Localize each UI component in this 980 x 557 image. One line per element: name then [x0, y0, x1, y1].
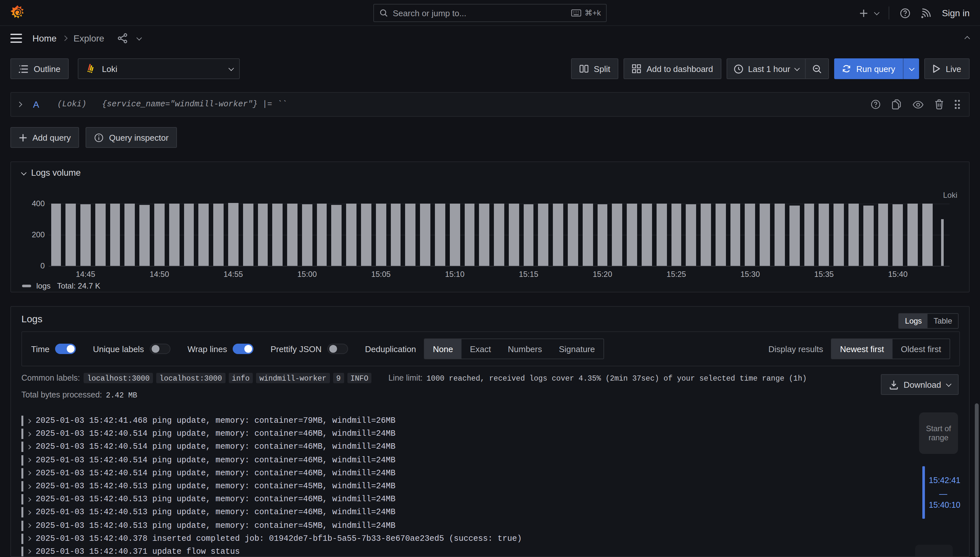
log-row[interactable]: 2025-01-03 15:42:40.513 ping update, mem… [21, 519, 929, 532]
expand-chevron-icon[interactable] [26, 523, 31, 528]
logs-volume-plot[interactable] [49, 204, 949, 266]
run-query-button[interactable]: Run query [834, 59, 903, 79]
view-option-logs[interactable]: Logs [899, 314, 928, 328]
x-tick-label: 14:45 [76, 270, 95, 279]
help-icon[interactable] [900, 7, 911, 18]
log-line-text: 2025-01-03 15:42:40.514 ping update, mem… [36, 430, 395, 439]
menu-hamburger-icon[interactable] [10, 34, 22, 43]
volume-bar [627, 204, 637, 266]
volume-bar [922, 204, 933, 266]
breadcrumb-home[interactable]: Home [33, 33, 57, 44]
volume-bar [169, 204, 180, 266]
volume-bar [95, 204, 106, 266]
search-input[interactable]: Search or jump to... ⌘+k [373, 4, 607, 22]
toggle-switch[interactable] [55, 344, 76, 354]
query-inspector-button[interactable]: Query inspector [86, 127, 177, 148]
log-row[interactable]: 2025-01-03 15:42:40.371 update flow stat… [21, 545, 929, 557]
range-from-time: 15:42:41 [929, 476, 960, 485]
log-row[interactable]: 2025-01-03 15:42:40.513 ping update, mem… [21, 506, 929, 519]
expand-chevron-icon[interactable] [26, 432, 31, 436]
keyboard-icon [571, 9, 582, 17]
run-query-options-button[interactable] [903, 59, 919, 79]
query-help-icon[interactable] [870, 99, 881, 109]
log-row[interactable]: 2025-01-03 15:42:40.514 ping update, mem… [21, 454, 929, 467]
split-icon [579, 64, 588, 73]
breadcrumb-explore[interactable]: Explore [73, 33, 104, 44]
live-button[interactable]: Live [924, 59, 970, 79]
volume-bar [671, 204, 681, 266]
expand-chevron-icon[interactable] [26, 445, 31, 450]
end-of-range-button-partial[interactable] [915, 545, 953, 557]
add-query-button[interactable]: Add query [10, 127, 80, 148]
add-to-dashboard-button[interactable]: Add to dashboard [624, 59, 722, 79]
expand-chevron-icon[interactable] [26, 497, 31, 502]
volume-bar [745, 204, 756, 266]
log-row[interactable]: 2025-01-03 15:42:40.513 ping update, mem… [21, 493, 929, 506]
log-row[interactable]: 2025-01-03 15:42:40.514 ping update, mem… [21, 467, 929, 480]
log-line-text: 2025-01-03 15:42:40.513 ping update, mem… [36, 482, 395, 491]
outline-button[interactable]: Outline [10, 59, 69, 79]
view-option-table[interactable]: Table [928, 314, 958, 328]
loki-datasource-icon [85, 63, 97, 75]
log-row[interactable]: 2025-01-03 15:42:40.378 inserted complet… [21, 532, 929, 545]
dashboard-grid-icon [632, 64, 641, 73]
legend-series-name[interactable]: logs [36, 282, 50, 290]
switch-knob [329, 345, 337, 353]
query-collapse-chevron-icon[interactable] [17, 102, 22, 107]
query-ref-id[interactable]: A [33, 99, 39, 109]
start-of-range-button[interactable]: Start of range [919, 412, 958, 454]
volume-bar [523, 204, 534, 266]
volume-bar [199, 204, 209, 266]
query-editor-row: A (Loki) {service_name="windmill-worker"… [10, 92, 970, 117]
expand-chevron-icon[interactable] [26, 484, 31, 489]
dedup-option-exact[interactable]: Exact [462, 339, 499, 358]
add-menu-button[interactable] [859, 8, 878, 18]
logs-volume-collapse-icon[interactable] [21, 169, 26, 175]
query-actions-row: Add query Query inspector [10, 127, 177, 148]
volume-bar [287, 204, 297, 266]
grafana-logo-icon[interactable] [9, 5, 26, 21]
dedup-option-signature[interactable]: Signature [551, 339, 603, 358]
split-button[interactable]: Split [571, 59, 619, 79]
toggle-switch[interactable] [327, 344, 348, 354]
log-row[interactable]: 2025-01-03 15:42:40.513 ping update, mem… [21, 480, 929, 493]
datasource-picker[interactable]: Loki [78, 59, 240, 79]
display-option-oldest-first[interactable]: Oldest first [892, 339, 949, 358]
expand-chevron-icon[interactable] [26, 419, 31, 423]
sign-in-button[interactable]: Sign in [942, 8, 970, 18]
expand-chevron-icon[interactable] [26, 536, 31, 541]
x-tick-label: 15:30 [741, 270, 760, 279]
drag-handle-icon[interactable] [954, 100, 960, 109]
y-axis-labels: 0200400 [11, 204, 45, 266]
log-row[interactable]: 2025-01-03 15:42:40.514 ping update, mem… [21, 427, 929, 440]
display-option-newest-first[interactable]: Newest first [832, 339, 892, 358]
collapse-panel-button[interactable] [966, 33, 970, 42]
log-row[interactable]: 2025-01-03 15:42:41.468 ping update, mem… [21, 414, 929, 427]
dedup-option-none[interactable]: None [424, 339, 462, 358]
expand-chevron-icon[interactable] [26, 510, 31, 515]
display-results-label: Display results [769, 344, 823, 354]
datasource-chevron-icon [229, 65, 234, 71]
expand-chevron-icon[interactable] [26, 471, 31, 476]
breadcrumb-separator-icon [62, 36, 68, 41]
toggle-visibility-eye-icon[interactable] [912, 100, 923, 109]
dedup-option-numbers[interactable]: Numbers [499, 339, 551, 358]
logs-volume-legend[interactable]: logs Total: 24.7 K [22, 282, 100, 290]
logs-volume-header[interactable]: Logs volume [21, 168, 81, 178]
news-rss-icon[interactable] [921, 8, 931, 18]
time-range-button[interactable]: Last 1 hour [727, 59, 805, 78]
expand-chevron-icon[interactable] [26, 550, 31, 554]
duplicate-query-icon[interactable] [892, 99, 901, 109]
log-row[interactable]: 2025-01-03 15:42:40.514 ping update, mem… [21, 441, 929, 454]
explore-menu-chevron-icon[interactable] [137, 35, 142, 41]
scrollbar-thumb[interactable] [975, 403, 979, 557]
volume-bar [941, 219, 943, 266]
expand-chevron-icon[interactable] [26, 458, 31, 463]
toggle-switch[interactable] [233, 344, 254, 354]
toggle-switch[interactable] [150, 344, 171, 354]
remove-query-trash-icon[interactable] [934, 99, 943, 109]
zoom-out-time-button[interactable] [805, 59, 828, 78]
share-icon[interactable] [117, 33, 128, 44]
download-button[interactable]: Download [881, 374, 959, 395]
query-expression[interactable]: {service_name="windmill-worker"} |= `` [102, 100, 287, 109]
